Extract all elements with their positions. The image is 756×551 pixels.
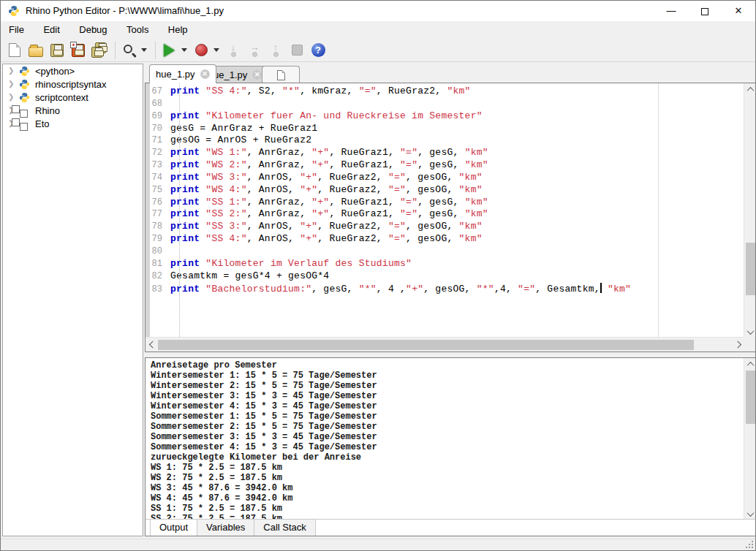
chevron-right-icon[interactable]: ❯ (8, 64, 17, 77)
menu-bar: File Edit Debug Tools Help (1, 21, 755, 39)
line-number: 74 (145, 172, 170, 184)
code-line: 78print "SS 3:", AnrOS, "+", RueGraz2, "… (145, 221, 741, 233)
app-window: Rhino Python Editor - P:\WWW\limafi\hue_… (0, 0, 756, 551)
help-button[interactable]: ? (309, 41, 328, 60)
line-number: 83 (145, 284, 170, 296)
editor-vertical-scrollbar[interactable] (744, 83, 756, 338)
code-line: 72print "WS 1:", AnrGraz, "+", RueGraz1,… (145, 147, 741, 159)
close-button[interactable]: ✕ (722, 1, 755, 21)
editor-horizontal-scrollbar[interactable] (145, 337, 745, 352)
line-number: 72 (145, 147, 170, 159)
toolbar-separator (115, 42, 116, 59)
scroll-left-icon[interactable] (145, 338, 158, 351)
output-line: WS 1: 75 * 2.5 = 187.5 km (151, 463, 736, 473)
tree-item-label: Eto (35, 118, 50, 129)
code-line: 69print "Kilometer fuer An- und Rueckrei… (145, 110, 741, 123)
tab-output[interactable]: Output (150, 520, 197, 536)
line-number: 68 (145, 98, 170, 110)
search-button[interactable] (119, 41, 138, 60)
output-line: zurueckgelegte Kilometer bei der Anreise (151, 452, 736, 463)
save-as-icon: + (72, 44, 85, 57)
new-tab-button[interactable] (262, 66, 300, 83)
code-line: 74print "WS 3:", AnrOS, "+", RueGraz2, "… (145, 172, 741, 184)
sidebar-item-python[interactable]: ❯ <python> (3, 64, 143, 77)
run-dropdown-icon[interactable] (181, 48, 187, 52)
sidebar-item-scriptcontext[interactable]: ❯ scriptcontext (3, 91, 143, 104)
line-number: 81 (145, 258, 170, 270)
step-out-button[interactable]: ↑ (266, 41, 285, 60)
new-file-button[interactable] (5, 41, 24, 60)
search-dropdown-icon[interactable] (141, 48, 147, 52)
output-line: Sommersemester 4: 15 * 3 = 45 Tage/Semes… (151, 442, 736, 452)
code-line: 75print "WS 4:", AnrOS, "+", RueGraz2, "… (145, 184, 741, 197)
code-editor[interactable]: 67print "SS 4:", S2, "*", kmGraz, "=", R… (145, 83, 756, 352)
new-document-icon (277, 70, 285, 80)
line-number: 82 (145, 270, 170, 283)
maximize-button[interactable] (688, 1, 722, 21)
output-line: Sommersemester 3: 15 * 3 = 45 Tage/Semes… (151, 432, 736, 442)
new-file-icon (9, 43, 20, 57)
code-line: 77print "SS 2:", AnrGraz, "+", RueGraz1,… (145, 208, 741, 221)
sidebar-item-eto[interactable]: ❯ Eto (3, 117, 143, 130)
stop-icon (292, 45, 303, 56)
tree-item-label: <python> (35, 66, 75, 77)
tree-item-label: Rhino (35, 105, 60, 116)
menu-debug[interactable]: Debug (71, 21, 115, 39)
menu-tools[interactable]: Tools (118, 21, 156, 39)
debug-icon (195, 44, 208, 56)
chevron-right-icon[interactable]: ❯ (8, 77, 17, 91)
menu-file[interactable]: File (1, 21, 32, 39)
step-into-button[interactable]: ↓ (224, 41, 243, 60)
namespace-icon (19, 118, 30, 129)
menu-help[interactable]: Help (160, 21, 196, 39)
save-button[interactable] (48, 41, 67, 60)
output-line: WS 3: 45 * 87.6 = 3942.0 km (151, 483, 736, 493)
debug-dropdown-icon[interactable] (213, 48, 219, 52)
open-file-button[interactable] (26, 41, 45, 60)
toolbar-separator (155, 42, 156, 59)
output-line: Sommersemester 1: 15 * 5 = 75 Tage/Semes… (151, 411, 736, 422)
status-bar (1, 539, 755, 551)
code-line: 79print "SS 4:", AnrOS, "+", RueGraz2, "… (145, 233, 741, 246)
close-tab-icon[interactable]: ✕ (252, 70, 262, 80)
output-line: WS 4: 45 * 87.6 = 3942.0 km (151, 493, 736, 503)
code-line: 67print "SS 4:", S2, "*", kmGraz, "=", R… (145, 86, 741, 98)
sidebar-item-rhinoscriptsyntax[interactable]: ❯ rhinoscriptsyntax (3, 77, 143, 91)
save-all-button[interactable] (90, 41, 109, 60)
line-number: 79 (145, 233, 170, 246)
line-number: 78 (145, 221, 170, 233)
python-icon (19, 66, 30, 77)
close-tab-icon[interactable]: ✕ (200, 69, 210, 79)
tab-hue_1[interactable]: hue_1.py ✕ (149, 64, 216, 83)
scrollbar-thumb[interactable] (746, 370, 755, 424)
tab-call-stack[interactable]: Call Stack (254, 520, 316, 536)
save-as-button[interactable]: + (69, 41, 88, 60)
stop-button[interactable] (287, 41, 306, 60)
resize-grip[interactable] (744, 541, 753, 550)
line-number: 73 (145, 159, 170, 172)
scroll-up-icon[interactable] (744, 358, 756, 370)
step-over-icon: → (250, 43, 260, 57)
scroll-up-icon[interactable] (744, 83, 756, 96)
code-line: 70gesG = AnrGraz + RueGraz1 (145, 123, 741, 135)
debug-button[interactable] (192, 41, 211, 60)
tab-ue_1[interactable]: ue_1.py ✕ (207, 66, 268, 83)
code-line: 81print "Kilometer im Verlauf des Studiu… (145, 258, 741, 270)
step-over-button[interactable]: → (245, 41, 264, 60)
output-vertical-scrollbar[interactable] (744, 358, 756, 520)
search-icon (124, 45, 132, 53)
scrollbar-thumb[interactable] (746, 243, 755, 295)
output-line: Wintersemester 3: 15 * 3 = 45 Tage/Semes… (151, 391, 736, 401)
run-button[interactable] (159, 41, 178, 60)
scrollbar-thumb[interactable] (158, 340, 694, 350)
sidebar-item-rhino[interactable]: ❯ Rhino (3, 104, 143, 117)
output-line: Anreisetage pro Semester (151, 360, 736, 370)
python-icon (19, 79, 30, 90)
output-text: Anreisetage pro SemesterWintersemester 1… (151, 360, 736, 520)
minimize-button[interactable]: — (654, 1, 688, 21)
tree-item-label: rhinoscriptsyntax (35, 79, 107, 90)
line-number: 69 (145, 110, 170, 123)
chevron-right-icon[interactable]: ❯ (8, 91, 17, 104)
menu-edit[interactable]: Edit (35, 21, 67, 39)
tab-variables[interactable]: Variables (197, 520, 254, 536)
